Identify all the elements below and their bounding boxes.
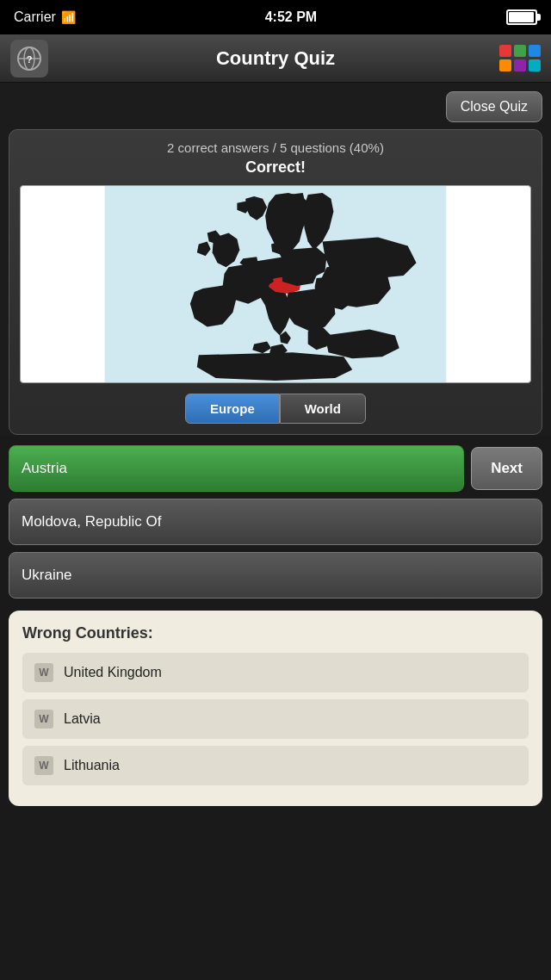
grid-color-cell: [499, 45, 511, 57]
status-bar: Carrier 📶 4:52 PM: [0, 0, 551, 34]
next-button[interactable]: Next: [471, 447, 542, 490]
wifi-icon: 📶: [61, 10, 76, 24]
close-quiz-row: Close Quiz: [9, 91, 542, 122]
wrong-country-item-1: W United Kingdom: [22, 653, 529, 692]
tab-europe[interactable]: Europe: [185, 394, 280, 424]
wrong-country-item-3: W Lithuania: [22, 746, 529, 785]
status-time: 4:52 PM: [265, 9, 317, 25]
answers-section: Austria Next Moldova, Republic Of Ukrain…: [0, 445, 551, 599]
main-content: Close Quiz 2 correct answers / 5 questio…: [0, 83, 551, 435]
answer-button-austria[interactable]: Austria: [9, 445, 464, 492]
answer-row-3: Ukraine: [9, 552, 542, 599]
wrong-icon-1: W: [34, 663, 53, 682]
wrong-country-label-1: United Kingdom: [64, 665, 162, 680]
answer-button-ukraine[interactable]: Ukraine: [9, 552, 542, 599]
answer-row-1: Austria Next: [9, 445, 542, 492]
nav-grid-icon[interactable]: [499, 45, 541, 71]
grid-color-cell: [499, 59, 511, 71]
wrong-countries-section: Wrong Countries: W United Kingdom W Latv…: [9, 611, 542, 806]
grid-color-cell: [529, 59, 541, 71]
wrong-icon-3: W: [34, 756, 53, 775]
tab-world[interactable]: World: [280, 394, 366, 424]
quiz-result: Correct!: [20, 158, 531, 177]
close-quiz-button[interactable]: Close Quiz: [446, 91, 542, 122]
wrong-icon-2: W: [34, 710, 53, 729]
grid-color-cell: [514, 45, 526, 57]
svg-text:?: ?: [27, 54, 33, 65]
map-tabs: Europe World: [20, 394, 531, 424]
nav-bar: ? Country Quiz: [0, 34, 551, 83]
wrong-country-label-2: Latvia: [64, 711, 101, 727]
status-left: Carrier 📶: [14, 9, 76, 25]
wrong-country-item-2: W Latvia: [22, 699, 529, 739]
nav-title: Country Quiz: [216, 47, 335, 70]
quiz-card: 2 correct answers / 5 questions (40%) Co…: [9, 129, 542, 435]
grid-color-cell: [529, 45, 541, 57]
wrong-countries-title: Wrong Countries:: [22, 624, 529, 642]
map-container: [20, 185, 531, 383]
quiz-stats: 2 correct answers / 5 questions (40%): [20, 140, 531, 155]
battery-icon: [506, 9, 537, 25]
answer-button-moldova[interactable]: Moldova, Republic Of: [9, 499, 542, 545]
grid-color-cell: [514, 59, 526, 71]
answer-row-2: Moldova, Republic Of: [9, 499, 542, 545]
wrong-country-label-3: Lithuania: [64, 758, 120, 773]
app-logo: ?: [10, 40, 48, 78]
carrier-label: Carrier: [14, 9, 56, 25]
